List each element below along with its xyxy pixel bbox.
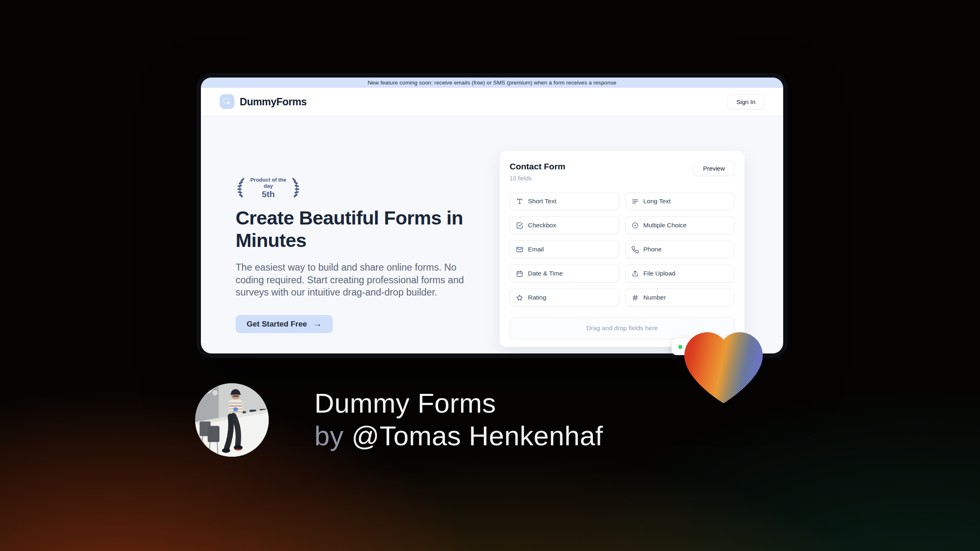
phone-icon: [631, 246, 639, 253]
email-icon: [516, 246, 523, 253]
hero-section: Product of the day 5th Create Beautiful …: [236, 176, 481, 333]
award-line1: Product of the day: [249, 177, 288, 189]
preview-button[interactable]: Preview: [693, 161, 735, 176]
field-label: Short Text: [528, 198, 557, 205]
field-rating[interactable]: Rating: [510, 289, 619, 307]
field-label: Number: [644, 294, 666, 301]
short-text-icon: [516, 198, 523, 205]
field-short-text[interactable]: Short Text: [510, 192, 619, 210]
field-label: Date & Time: [528, 270, 563, 277]
author-avatar: [195, 383, 269, 457]
field-email[interactable]: Email: [510, 240, 619, 258]
award-text: Product of the day 5th: [249, 177, 288, 199]
field-type-grid: Short Text Long Text Checkbox: [510, 192, 735, 307]
field-date-time[interactable]: Date & Time: [510, 264, 619, 282]
hero-heading: Create Beautiful Forms in Minutes: [236, 207, 481, 251]
checkbox-icon: [516, 222, 523, 229]
laurel-right-icon: [290, 176, 301, 199]
product-of-the-day-badge: Product of the day 5th: [236, 176, 301, 199]
arrow-right-icon: →: [314, 319, 322, 329]
field-label: Phone: [644, 246, 662, 253]
browser-window: New feature coming soon: receive emails …: [201, 78, 783, 353]
field-label: Rating: [528, 294, 546, 301]
byline-prefix: by: [314, 420, 352, 451]
laurel-left-icon: [236, 176, 246, 199]
dropzone-text: Drag and drop fields here: [586, 324, 658, 332]
upload-icon: [631, 270, 639, 278]
field-long-text[interactable]: Long Text: [625, 192, 735, 210]
field-label: Multiple Choice: [644, 222, 687, 229]
form-builder-card: Contact Form 10 fields Preview Short Tex…: [500, 151, 744, 347]
hero-description: The easiest way to build and share onlin…: [236, 261, 472, 299]
field-label: File Upload: [644, 270, 675, 277]
gradient-heart-icon: [684, 331, 763, 404]
field-file-upload[interactable]: File Upload: [625, 264, 735, 282]
star-icon: [516, 294, 523, 302]
author-handle: @Tomas Henkenhaf: [352, 420, 603, 451]
long-text-icon: [631, 198, 639, 205]
field-label: Checkbox: [528, 222, 556, 229]
field-multiple-choice[interactable]: Multiple Choice: [625, 216, 735, 234]
hash-icon: [631, 294, 639, 302]
field-label: Long Text: [644, 198, 671, 205]
green-status-dot-icon: [678, 345, 682, 349]
top-navigation: DummyForms Sign In: [201, 88, 783, 116]
brand-link[interactable]: DummyForms: [220, 94, 307, 109]
attribution-text: Dummy Forms by @Tomas Henkenhaf: [314, 387, 603, 452]
get-started-label: Get Started Free: [247, 320, 307, 329]
field-label: Email: [528, 246, 544, 253]
announcement-banner: New feature coming soon: receive emails …: [201, 78, 783, 88]
field-number[interactable]: Number: [625, 289, 735, 307]
dummyforms-logo-icon: [220, 94, 234, 109]
attribution-title: Dummy Forms: [314, 387, 603, 420]
field-count: 10 fields: [510, 175, 735, 182]
award-rank: 5th: [249, 189, 288, 199]
get-started-button[interactable]: Get Started Free →: [236, 315, 333, 333]
sign-in-button[interactable]: Sign In: [727, 94, 764, 109]
calendar-icon: [516, 270, 523, 278]
brand-name: DummyForms: [240, 96, 307, 108]
announcement-text: New feature coming soon: receive emails …: [368, 80, 617, 86]
attribution-byline: by @Tomas Henkenhaf: [314, 420, 603, 452]
field-checkbox[interactable]: Checkbox: [510, 216, 619, 234]
field-phone[interactable]: Phone: [625, 240, 735, 258]
multiple-choice-icon: [631, 222, 639, 229]
